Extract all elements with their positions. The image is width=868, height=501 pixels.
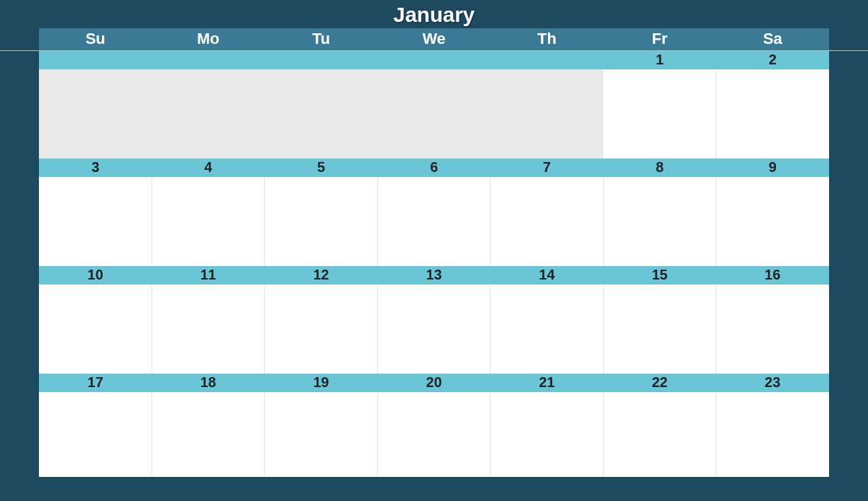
day-cell[interactable]: [491, 392, 604, 477]
weekday-header-we: We: [377, 28, 490, 50]
date-number: 10: [39, 266, 152, 284]
day-cell[interactable]: [152, 177, 265, 266]
date-number: 12: [265, 266, 377, 284]
content-row-week-1: [39, 69, 829, 159]
day-cell[interactable]: [39, 177, 152, 266]
date-number: 8: [603, 159, 716, 177]
date-number: 19: [265, 374, 377, 392]
day-cell[interactable]: [39, 284, 152, 374]
weekday-header-th: Th: [491, 28, 603, 50]
date-strip-week-1: 1 2: [39, 51, 829, 69]
date-number: [377, 51, 490, 69]
date-number: 16: [716, 266, 829, 284]
day-cell[interactable]: [39, 392, 152, 477]
day-cell[interactable]: [716, 69, 829, 159]
date-number: 20: [377, 374, 490, 392]
month-title-bar: January: [39, 0, 829, 28]
date-number: 21: [491, 374, 603, 392]
day-cell[interactable]: [604, 177, 717, 266]
day-cell[interactable]: [491, 177, 604, 266]
date-number: 9: [716, 159, 829, 177]
day-cell-inactive[interactable]: [152, 69, 264, 159]
date-number: 7: [491, 159, 603, 177]
day-cell[interactable]: [716, 284, 829, 374]
date-number: 2: [716, 51, 829, 69]
day-cell-inactive[interactable]: [39, 69, 152, 159]
date-number: 23: [716, 374, 829, 392]
date-strip-week-4: 17 18 19 20 21 22 23: [39, 374, 829, 392]
date-number: [491, 51, 603, 69]
date-number: [265, 51, 377, 69]
day-cell[interactable]: [604, 284, 717, 374]
day-cell-inactive[interactable]: [377, 69, 489, 159]
weekday-header-sa: Sa: [716, 28, 829, 50]
day-cell[interactable]: [378, 284, 491, 374]
day-cell[interactable]: [604, 392, 717, 477]
date-number: 17: [39, 374, 152, 392]
day-cell[interactable]: [378, 177, 491, 266]
date-number: 15: [603, 266, 716, 284]
date-number: [152, 51, 264, 69]
date-number: 3: [39, 159, 152, 177]
date-number: 4: [152, 159, 264, 177]
date-number: 18: [152, 374, 264, 392]
day-cell[interactable]: [491, 284, 604, 374]
day-cell[interactable]: [152, 392, 265, 477]
day-cell[interactable]: [603, 69, 716, 159]
date-strip-week-3: 10 11 12 13 14 15 16: [39, 266, 829, 284]
month-title: January: [393, 3, 474, 26]
day-cell[interactable]: [265, 284, 378, 374]
content-row-week-2: [39, 177, 829, 266]
date-number: 22: [603, 374, 716, 392]
day-cell[interactable]: [716, 177, 829, 266]
date-strip-week-2: 3 4 5 6 7 8 9: [39, 159, 829, 177]
date-number: 5: [265, 159, 377, 177]
day-cell[interactable]: [152, 284, 265, 374]
date-number: [39, 51, 152, 69]
weekday-header-tu: Tu: [265, 28, 377, 50]
day-cell[interactable]: [265, 177, 378, 266]
day-cell[interactable]: [378, 392, 491, 477]
date-number: 1: [603, 51, 716, 69]
day-cell[interactable]: [716, 392, 829, 477]
calendar-body: 1 2 3 4 5 6 7 8 9: [39, 51, 829, 477]
weekday-header-su: Su: [39, 28, 152, 50]
day-cell-inactive[interactable]: [490, 69, 603, 159]
calendar-frame: January Su Mo Tu We Th Fr Sa 1 2: [0, 0, 868, 501]
content-row-week-3: [39, 284, 829, 374]
weekday-header-fr: Fr: [603, 28, 716, 50]
day-cell-inactive[interactable]: [264, 69, 377, 159]
date-number: 11: [152, 266, 264, 284]
weekday-header-row: Su Mo Tu We Th Fr Sa: [39, 28, 829, 50]
day-cell[interactable]: [265, 392, 378, 477]
date-number: 13: [377, 266, 490, 284]
date-number: 14: [491, 266, 603, 284]
date-number: 6: [377, 159, 490, 177]
weekday-header-mo: Mo: [152, 28, 264, 50]
content-row-week-4: [39, 392, 829, 477]
